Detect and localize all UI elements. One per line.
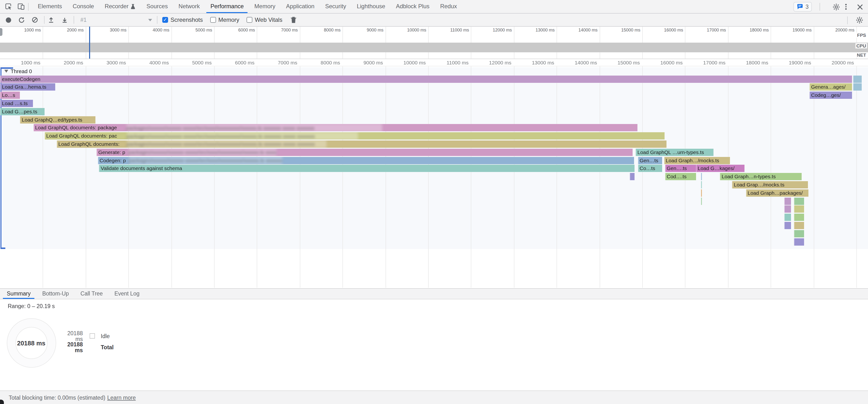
flame-bar[interactable] bbox=[701, 181, 702, 188]
flame-bar[interactable]: Generate: ppackages/xxxxxx/xxxxxx-xxxxx/… bbox=[96, 149, 632, 156]
device-toolbar-icon[interactable] bbox=[17, 2, 25, 11]
tab-application[interactable]: Application bbox=[281, 0, 320, 13]
settings-gear-icon[interactable] bbox=[832, 3, 841, 11]
clear-recording-icon[interactable] bbox=[31, 16, 39, 24]
overview-cursor-line[interactable] bbox=[89, 27, 90, 59]
details-tab-call-tree[interactable]: Call Tree bbox=[74, 289, 108, 299]
flame-bar[interactable] bbox=[794, 238, 804, 245]
flame-bar[interactable]: Codeg…ges/ bbox=[809, 92, 852, 99]
learn-more-link[interactable]: Learn more bbox=[107, 395, 136, 400]
lane-label-net: NET bbox=[856, 52, 867, 57]
flame-bar-label: Load GraphQL …urn-types.ts bbox=[636, 149, 704, 155]
details-tab-event-log[interactable]: Event Log bbox=[108, 289, 145, 299]
checkbox-box[interactable]: ✓ bbox=[162, 17, 168, 23]
ruler-tick-label: 20000 ms bbox=[812, 59, 854, 66]
flame-bar[interactable]: Co…ts bbox=[638, 165, 662, 172]
summary-legend: 20188 msIdle20188 msTotal bbox=[60, 333, 114, 350]
flame-bar[interactable] bbox=[794, 214, 804, 221]
overview-tick-label: 7000 ms bbox=[256, 27, 298, 33]
tab-adblock-plus[interactable]: Adblock Plus bbox=[391, 0, 435, 13]
flame-bar[interactable] bbox=[853, 75, 862, 83]
lane-label-fps: FPS bbox=[856, 32, 867, 37]
save-profile-icon[interactable] bbox=[61, 16, 68, 24]
flame-bar[interactable]: Load Grap…/mocks.ts bbox=[732, 181, 808, 188]
flame-bar[interactable]: executeCodegen bbox=[0, 75, 852, 83]
checkbox-web-vitals[interactable]: Web Vitals bbox=[247, 17, 282, 23]
flame-bar[interactable] bbox=[784, 206, 791, 213]
overview-tick-label: 11000 ms bbox=[428, 27, 469, 33]
checkbox-screenshots[interactable]: ✓Screenshots bbox=[162, 17, 203, 23]
flame-bar[interactable]: Load Gra…hema.ts bbox=[0, 84, 55, 91]
flame-chart[interactable]: Thread 0 executeCodegenLoad Gra…hema.tsG… bbox=[0, 66, 868, 288]
flame-bar[interactable]: Validate documents against schema bbox=[99, 165, 634, 172]
tab-sources[interactable]: Sources bbox=[141, 0, 173, 13]
flame-bar[interactable] bbox=[701, 189, 702, 196]
flame-bar[interactable] bbox=[784, 197, 791, 205]
tab-lighthouse[interactable]: Lighthouse bbox=[351, 0, 391, 13]
ruler-tick-label: 19000 ms bbox=[769, 59, 811, 66]
flame-bar[interactable]: Genera…ages/ bbox=[809, 84, 852, 91]
flame-bar[interactable]: Load G…pes.ts bbox=[0, 108, 44, 115]
reload-and-record-icon[interactable] bbox=[18, 16, 25, 24]
tab-recorder[interactable]: Recorder bbox=[99, 0, 141, 13]
flame-bar[interactable] bbox=[701, 197, 702, 205]
thread-header[interactable]: Thread 0 bbox=[4, 68, 32, 74]
flame-bar[interactable]: Load G…kages/ bbox=[696, 165, 744, 172]
capture-settings-gear-icon[interactable] bbox=[856, 16, 863, 24]
close-icon[interactable] bbox=[856, 3, 864, 11]
flame-bar[interactable]: Load GraphQL documents: packagepackages/… bbox=[33, 124, 638, 131]
flame-bar[interactable] bbox=[794, 222, 804, 229]
collapse-triangle-icon[interactable] bbox=[4, 70, 8, 73]
tab-memory[interactable]: Memory bbox=[249, 0, 281, 13]
overview-left-handle[interactable] bbox=[0, 28, 2, 36]
flame-bar[interactable] bbox=[701, 173, 702, 180]
checkbox-box[interactable] bbox=[210, 17, 216, 23]
flame-bar[interactable] bbox=[629, 173, 634, 180]
tab-network[interactable]: Network bbox=[173, 0, 205, 13]
history-dropdown[interactable]: #1 bbox=[81, 17, 152, 23]
flame-bar[interactable]: Codegen: ppackages/xxxxxx/xxxxxx-xxxxx/s… bbox=[98, 157, 634, 164]
flame-bar[interactable] bbox=[784, 222, 791, 229]
flame-bar[interactable]: Load GraphQL documents: packages/xxxxxx/… bbox=[56, 141, 666, 148]
trash-icon[interactable] bbox=[290, 16, 298, 24]
checkbox-box[interactable] bbox=[247, 17, 252, 23]
legend-value: 20188 ms bbox=[60, 330, 83, 342]
tab-redux[interactable]: Redux bbox=[435, 0, 462, 13]
issues-counter[interactable]: 3 bbox=[794, 2, 812, 12]
tab-console[interactable]: Console bbox=[67, 0, 99, 13]
flame-bar[interactable] bbox=[784, 214, 791, 221]
ruler-tick-label: 3000 ms bbox=[84, 59, 126, 66]
flame-bar[interactable]: Load GraphQL …urn-types.ts bbox=[636, 149, 713, 156]
flame-bar[interactable]: Load Graph…n-types.ts bbox=[720, 173, 802, 180]
flame-bar[interactable]: Load …s.ts bbox=[0, 100, 33, 107]
flame-bar[interactable]: Load Graph…/mocks.ts bbox=[664, 157, 730, 164]
flame-bar[interactable]: Lo…s bbox=[0, 92, 20, 99]
gridline bbox=[43, 66, 43, 288]
flame-bar[interactable] bbox=[794, 206, 804, 213]
more-options-kebab-icon[interactable] bbox=[845, 4, 847, 10]
checkbox-memory[interactable]: Memory bbox=[210, 17, 239, 23]
details-tabbar: SummaryBottom-UpCall TreeEvent Log bbox=[0, 288, 868, 299]
details-tab-summary[interactable]: Summary bbox=[1, 289, 36, 299]
gridline bbox=[557, 66, 557, 288]
flame-bar[interactable]: Load Graph…packages/ bbox=[746, 189, 808, 196]
legend-row: 20188 msTotal bbox=[60, 344, 114, 350]
inspect-element-icon[interactable] bbox=[4, 2, 12, 11]
flame-bar[interactable]: Cod….ts bbox=[665, 173, 696, 180]
timeline-overview[interactable]: 1000 ms2000 ms3000 ms4000 ms5000 ms6000 … bbox=[0, 27, 868, 59]
flame-bar[interactable] bbox=[794, 230, 804, 237]
details-tab-bottom-up[interactable]: Bottom-Up bbox=[36, 289, 74, 299]
tab-security[interactable]: Security bbox=[320, 0, 351, 13]
record-button[interactable] bbox=[6, 17, 11, 23]
flame-bar[interactable]: Load GraphQ…ed/types.ts bbox=[20, 116, 95, 123]
flame-bar[interactable] bbox=[853, 84, 862, 91]
flame-bar[interactable]: Gen…ts bbox=[638, 157, 662, 164]
tab-performance[interactable]: Performance bbox=[205, 0, 249, 13]
load-profile-icon[interactable] bbox=[47, 16, 55, 24]
donut-total-value: 20188 ms bbox=[17, 339, 45, 347]
tab-elements[interactable]: Elements bbox=[32, 0, 67, 13]
flame-bar[interactable] bbox=[794, 197, 804, 205]
flame-bar[interactable]: Gen….ts bbox=[665, 165, 696, 172]
flame-bar[interactable]: Load GraphQL documents: pacpackages/xxxx… bbox=[44, 132, 664, 139]
ruler-tick-label: 12000 ms bbox=[470, 59, 512, 66]
